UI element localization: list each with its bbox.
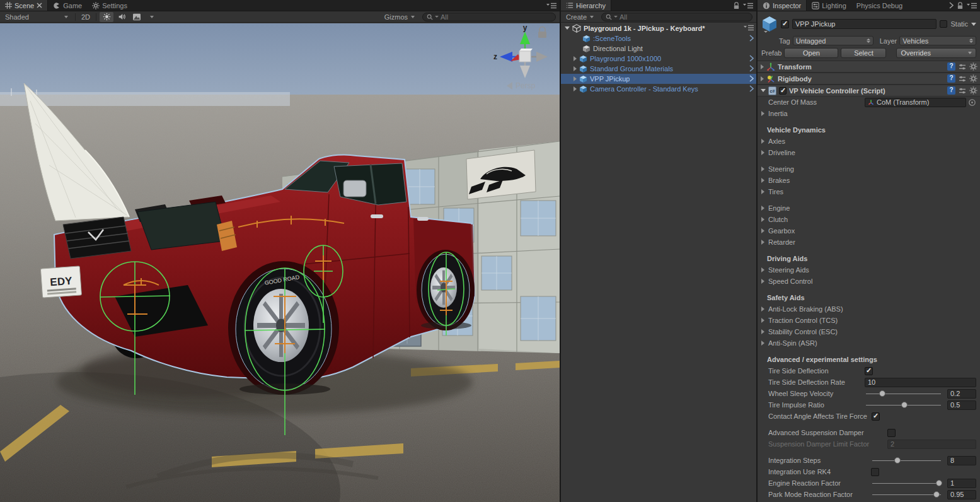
create-dropdown[interactable]: Create <box>562 12 597 22</box>
foldout-steering-aids[interactable]: Steering Aids <box>758 264 980 276</box>
help-icon[interactable] <box>947 86 955 95</box>
prefab-cube-icon <box>579 55 587 63</box>
component-enabled-checkbox[interactable] <box>779 87 787 95</box>
foldout-brakes[interactable]: Brakes <box>758 175 980 186</box>
integration-steps-value[interactable]: 8 <box>947 456 976 465</box>
park-mode-reaction-value[interactable]: 0.95 <box>947 490 976 499</box>
hierarchy-search[interactable]: All <box>601 13 752 21</box>
scene-viewport[interactable]: EDY GOO <box>0 23 560 502</box>
static-checkbox[interactable] <box>940 20 947 28</box>
effects-dropdown[interactable] <box>145 12 159 22</box>
search-icon <box>606 14 612 20</box>
tire-side-deflection-rate-field[interactable]: 10 <box>865 378 976 387</box>
tire-impulse-ratio-value[interactable]: 0.5 <box>947 400 976 410</box>
gameobject-cube-icon[interactable] <box>761 15 778 33</box>
foldout-retarder[interactable]: Retarder <box>758 236 980 248</box>
chevron-right-icon[interactable] <box>749 65 754 72</box>
tire-impulse-ratio-row: Tire Impulse Ratio 0.5 <box>758 399 980 411</box>
tab-inspector[interactable]: Inspector <box>758 0 807 11</box>
hierarchy-item-directional-light[interactable]: Directional Light <box>561 44 756 54</box>
pane-menu-icon[interactable] <box>546 3 556 9</box>
foldout-asr[interactable]: Anti-Spin (ASR) <box>758 337 980 349</box>
engine-reaction-slider[interactable] <box>871 478 942 488</box>
name-field[interactable]: VPP JPickup <box>792 19 937 29</box>
center-of-mass-field[interactable]: CoM (Transform) <box>865 98 966 107</box>
tab-physics-debug[interactable]: Physics Debug <box>851 0 908 11</box>
advanced-suspension-damper-checkbox[interactable] <box>887 429 896 437</box>
tab-hierarchy[interactable]: Hierarchy <box>561 0 611 11</box>
presets-icon[interactable] <box>959 75 966 83</box>
shading-mode-dropdown[interactable]: Shaded <box>1 12 72 22</box>
rigidbody-component-header[interactable]: Rigidbody <box>758 73 980 85</box>
tire-impulse-ratio-slider[interactable] <box>865 400 942 410</box>
scene-menu-icon[interactable] <box>744 25 754 31</box>
gear-icon[interactable] <box>969 62 977 71</box>
chevron-right-icon[interactable] <box>749 75 754 82</box>
foldout-engine[interactable]: Engine <box>758 202 980 214</box>
foldout-inertia[interactable]: Inertia <box>758 108 980 119</box>
hierarchy-item-playground[interactable]: Playground 1000x1000 <box>561 54 756 64</box>
wheel-sleep-velocity-slider[interactable] <box>865 388 942 399</box>
gizmos-dropdown[interactable]: Gizmos <box>381 12 418 22</box>
help-icon[interactable] <box>947 62 955 71</box>
scene-audio-toggle[interactable] <box>115 12 129 22</box>
lock-icon[interactable] <box>733 2 740 9</box>
prefab-select-button[interactable]: Select <box>841 48 886 58</box>
hierarchy-item-scenetools[interactable]: :SceneTools <box>561 33 756 44</box>
presets-icon[interactable] <box>959 63 966 71</box>
gear-icon[interactable] <box>969 74 977 83</box>
hierarchy-item-camera-controller[interactable]: Camera Controller - Standard Keys <box>561 84 756 94</box>
tag-dropdown[interactable]: Untagged <box>793 36 873 45</box>
static-dropdown-caret[interactable] <box>971 23 976 26</box>
foldout-abs[interactable]: Anti-Lock Braking (ABS) <box>758 303 980 315</box>
tab-scene[interactable]: Scene <box>0 0 48 11</box>
active-checkbox[interactable] <box>781 20 789 28</box>
foldout-tires[interactable]: Tires <box>758 186 980 197</box>
integration-steps-slider[interactable] <box>871 455 942 465</box>
prefab-overrides-button[interactable]: Overrides <box>896 48 976 58</box>
prefab-open-button[interactable]: Open <box>784 48 838 58</box>
layer-dropdown[interactable]: Vehicles <box>899 36 976 45</box>
foldout-tcs[interactable]: Traction Control (TCS) <box>758 315 980 326</box>
gizmo-cube[interactable] <box>519 51 531 62</box>
gear-icon[interactable] <box>969 86 977 95</box>
chevron-right-icon[interactable] <box>749 35 754 42</box>
tab-overflow-icon[interactable] <box>949 2 954 9</box>
foldout-speed-control[interactable]: Speed Control <box>758 276 980 287</box>
tab-settings[interactable]: Settings <box>87 0 132 11</box>
scene-effects-toggle[interactable] <box>130 12 144 22</box>
tab-game[interactable]: Game <box>48 0 87 11</box>
scene-search[interactable]: All <box>422 13 556 21</box>
foldout-gearbox[interactable]: Gearbox <box>758 225 980 236</box>
help-icon[interactable] <box>947 74 955 83</box>
tire-side-deflection-checkbox[interactable] <box>865 367 873 375</box>
pane-menu-icon[interactable] <box>743 3 753 9</box>
close-icon[interactable] <box>37 3 42 8</box>
lock-icon[interactable] <box>957 2 964 9</box>
park-mode-reaction-slider[interactable] <box>871 489 942 499</box>
transform-component-header[interactable]: Transform <box>758 61 980 73</box>
foldout-esc[interactable]: Stability Control (ESC) <box>758 326 980 337</box>
presets-icon[interactable] <box>959 87 966 95</box>
foldout-driveline[interactable]: Driveline <box>758 147 980 158</box>
projection-label[interactable]: Persp <box>516 81 536 90</box>
wheel-sleep-velocity-value[interactable]: 0.2 <box>947 389 976 399</box>
tab-lighting[interactable]: Lighting <box>807 0 851 11</box>
integration-rk4-checkbox[interactable] <box>871 468 879 476</box>
unity-scene-icon <box>572 24 581 33</box>
chevron-right-icon[interactable] <box>749 85 754 92</box>
scene-lighting-toggle[interactable] <box>100 12 113 22</box>
object-picker-icon[interactable] <box>968 98 976 107</box>
2d-toggle[interactable]: 2D <box>79 12 93 22</box>
pane-menu-icon[interactable] <box>967 3 977 9</box>
foldout-axles[interactable]: Axles <box>758 136 980 147</box>
contact-angle-checkbox[interactable] <box>872 412 880 421</box>
hierarchy-item-vpp-jpickup[interactable]: VPP JPickup <box>561 74 756 84</box>
vehicle-controller-component-header[interactable]: c# VP Vehicle Controller (Script) <box>758 85 980 96</box>
foldout-steering[interactable]: Steering <box>758 163 980 175</box>
chevron-right-icon[interactable] <box>749 55 754 62</box>
hierarchy-item-ground-materials[interactable]: Standard Ground Materials <box>561 64 756 74</box>
foldout-clutch[interactable]: Clutch <box>758 214 980 225</box>
engine-reaction-value[interactable]: 1 <box>947 479 976 488</box>
hierarchy-scene-root[interactable]: Playground 1k - JPickup - Keyboard* <box>561 23 756 33</box>
